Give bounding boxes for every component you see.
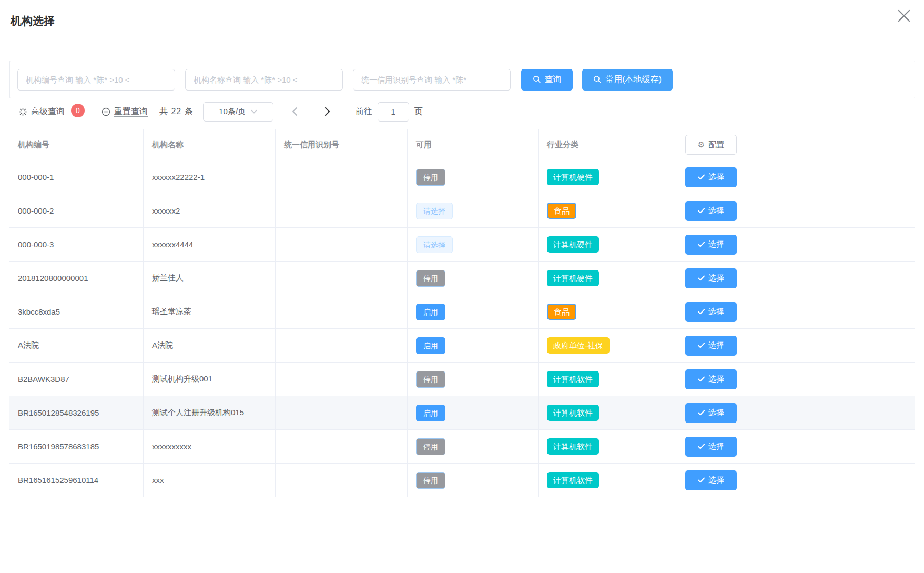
check-icon (698, 477, 705, 483)
status-badge[interactable]: 启用 (416, 405, 445, 421)
actions-cell: 选择 (677, 160, 915, 194)
industry-cell: 计算机软件 (539, 430, 677, 463)
table-row: BR1650128548326195 测试个人注册升级机构015 启用 计算机软… (9, 396, 915, 430)
prev-page-button[interactable] (289, 106, 301, 117)
close-icon[interactable] (895, 6, 913, 25)
check-icon (698, 242, 705, 247)
page-size-select[interactable]: 10条/页 (203, 102, 273, 122)
total-count: 共 22 条 (159, 106, 194, 117)
goto-page: 前往 页 (356, 102, 423, 122)
credit-code-cell (276, 228, 408, 261)
available-cell: 停用 (408, 160, 539, 194)
available-cell: 启用 (408, 329, 539, 362)
chevron-right-icon (324, 107, 330, 116)
org-code-cell: BR1650128548326195 (9, 396, 144, 429)
org-code-cell: BR1650198578683185 (9, 430, 144, 463)
status-badge[interactable]: 请选择 (416, 203, 453, 219)
credit-code-cell (276, 160, 408, 194)
industry-badge: 食品 (547, 304, 576, 320)
gear-icon: ⚙ (698, 140, 705, 149)
table-toolbar: 高级查询 0 重置查询 共 22 条 10条/页 前往 (9, 102, 915, 122)
select-button[interactable]: 选择 (685, 268, 737, 288)
reset-search-label: 重置查询 (114, 106, 148, 117)
advanced-search-label: 高级查询 (31, 106, 65, 117)
status-badge[interactable]: 停用 (416, 371, 445, 388)
industry-cell: 食品 (539, 194, 677, 227)
org-code-cell: 000-000-1 (9, 160, 144, 194)
table-header-row: 机构编号 机构名称 统一信用识别号 可用 行业分类 ⚙ 配置 (9, 129, 915, 160)
check-icon (698, 343, 705, 348)
header-org-name: 机构名称 (144, 129, 276, 160)
status-badge[interactable]: 停用 (416, 270, 445, 287)
org-code-cell: B2BAWK3D87 (9, 363, 144, 396)
industry-cell: 计算机软件 (539, 396, 677, 429)
circle-minus-icon (101, 107, 110, 116)
config-button[interactable]: ⚙ 配置 (685, 135, 737, 155)
header-industry: 行业分类 (539, 129, 677, 160)
table-body: 000-000-1 xxxxxx22222-1 停用 计算机硬件 选择 000-… (9, 160, 915, 497)
credit-code-cell (276, 396, 408, 429)
org-code-cell: 2018120800000001 (9, 262, 144, 295)
actions-cell: 选择 (677, 464, 915, 497)
status-badge[interactable]: 停用 (416, 169, 445, 186)
select-button[interactable]: 选择 (685, 470, 737, 490)
select-button-label: 选择 (708, 239, 724, 249)
select-button[interactable]: 选择 (685, 437, 737, 457)
page-title: 机构选择 (11, 14, 55, 28)
select-button[interactable]: 选择 (685, 336, 737, 356)
available-cell: 请选择 (408, 194, 539, 227)
industry-cell: 政府单位-社保 (539, 329, 677, 362)
search-button-label: 查询 (545, 74, 562, 85)
table-row: BR1651615259610114 xxx 停用 计算机软件 选择 (9, 464, 915, 497)
check-icon (698, 309, 705, 315)
select-button-label: 选择 (708, 374, 724, 384)
select-button[interactable]: 选择 (685, 167, 737, 187)
config-button-label: 配置 (708, 140, 724, 150)
credit-code-cell (276, 262, 408, 295)
industry-badge: 计算机软件 (547, 405, 599, 421)
table-row: 3kbcc8xda5 瑶圣堂凉茶 启用 食品 选择 (9, 295, 915, 329)
select-button[interactable]: 选择 (685, 302, 737, 322)
favorites-button[interactable]: 常用(本地缓存) (582, 69, 673, 91)
org-name-cell: 娇兰佳人 (144, 262, 276, 295)
credit-code-cell (276, 329, 408, 362)
goto-page-input[interactable] (378, 102, 409, 122)
credit-code-input[interactable] (353, 69, 511, 91)
org-name-cell: 瑶圣堂凉茶 (144, 295, 276, 328)
select-button[interactable]: 选择 (685, 369, 737, 389)
status-badge[interactable]: 启用 (416, 304, 445, 320)
select-button[interactable]: 选择 (685, 235, 737, 255)
status-badge[interactable]: 停用 (416, 438, 445, 455)
credit-code-cell (276, 295, 408, 328)
header-org-code: 机构编号 (9, 129, 144, 160)
actions-cell: 选择 (677, 396, 915, 429)
credit-code-cell (276, 464, 408, 497)
org-name-cell: xxx (144, 464, 276, 497)
select-button[interactable]: 选择 (685, 201, 737, 221)
status-badge[interactable]: 启用 (416, 337, 445, 354)
industry-cell: 计算机硬件 (539, 262, 677, 295)
sparkle-icon (18, 107, 27, 116)
goto-label: 前往 (356, 106, 372, 117)
advanced-search-button[interactable]: 高级查询 0 (18, 105, 85, 118)
reset-search-button[interactable]: 重置查询 (101, 106, 148, 117)
industry-cell: 计算机硬件 (539, 228, 677, 261)
org-code-cell: A法院 (9, 329, 144, 362)
org-code-input[interactable] (17, 69, 175, 91)
available-cell: 停用 (408, 363, 539, 396)
next-page-button[interactable] (322, 106, 333, 117)
select-button[interactable]: 选择 (685, 403, 737, 423)
available-cell: 停用 (408, 464, 539, 497)
org-table: 机构编号 机构名称 统一信用识别号 可用 行业分类 ⚙ 配置 000-000-1… (9, 129, 915, 507)
industry-cell: 计算机硬件 (539, 160, 677, 194)
search-button[interactable]: 查询 (521, 69, 573, 91)
industry-cell: 计算机软件 (539, 363, 677, 396)
status-badge[interactable]: 请选择 (416, 236, 453, 253)
org-name-input[interactable] (185, 69, 343, 91)
filter-bar: 查询 常用(本地缓存) (9, 61, 915, 98)
status-badge[interactable]: 停用 (416, 472, 445, 489)
search-icon (533, 75, 541, 84)
table-row: A法院 A法院 启用 政府单位-社保 选择 (9, 329, 915, 363)
org-name-cell: 测试个人注册升级机构015 (144, 396, 276, 429)
org-select-modal: 机构选择 查询 常用(本地缓存) 高级查询 0 (0, 0, 924, 573)
